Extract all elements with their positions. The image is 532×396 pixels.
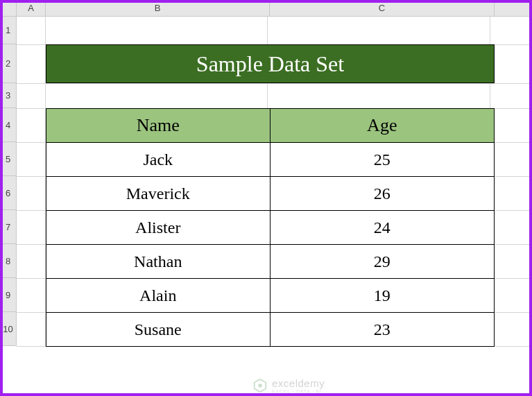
row-header-3[interactable]: 3	[0, 83, 16, 108]
cell-name[interactable]: Susane	[46, 313, 271, 347]
cell-name[interactable]: Alister	[46, 211, 271, 245]
cell-age[interactable]: 24	[270, 211, 494, 245]
row-header-10[interactable]: 10	[0, 312, 16, 346]
row-header-4[interactable]: 4	[0, 108, 16, 142]
table-row[interactable]: Jack 25	[46, 143, 495, 177]
watermark-main: exceldemy	[272, 377, 325, 389]
table-row[interactable]: Maverick 26	[46, 177, 495, 211]
cell-name[interactable]: Jack	[46, 143, 271, 177]
row-header-8[interactable]: 8	[0, 244, 16, 278]
select-all-corner[interactable]	[0, 0, 17, 16]
spreadsheet-area: A B C 1 2 3 4 5 6 7 8 9 10	[0, 0, 532, 396]
table-row[interactable]: Susane 23	[46, 313, 495, 347]
data-table: Name Age Jack 25 Maverick 26 Alister 24	[46, 108, 495, 347]
cell-name[interactable]: Alain	[46, 279, 271, 313]
cells-region[interactable]: Sample Data Set Name Age Jack 25 Maveric…	[17, 17, 532, 346]
table-row[interactable]: Alister 24	[46, 211, 495, 245]
hexagon-icon	[252, 378, 268, 393]
row-header-5[interactable]: 5	[0, 142, 16, 176]
cell-age[interactable]: 23	[270, 313, 494, 347]
cell-name[interactable]: Nathan	[46, 245, 271, 279]
cell-age[interactable]: 25	[270, 143, 494, 177]
column-header-blank[interactable]	[495, 0, 532, 16]
row-header-column: 1 2 3 4 5 6 7 8 9 10	[0, 17, 17, 346]
table-header-age[interactable]: Age	[270, 109, 494, 143]
table-row[interactable]: Nathan 29	[46, 245, 495, 279]
row-header-1[interactable]: 1	[0, 17, 16, 44]
cell-name[interactable]: Maverick	[46, 177, 271, 211]
table-header-name[interactable]: Name	[46, 109, 271, 143]
row-header-9[interactable]: 9	[0, 278, 16, 312]
column-header-C[interactable]: C	[270, 0, 495, 16]
watermark-sub: EXCEL · DATA · BI	[272, 389, 325, 394]
column-header-A[interactable]: A	[17, 0, 46, 16]
row-header-6[interactable]: 6	[0, 176, 16, 210]
table-row[interactable]: Alain 19	[46, 279, 495, 313]
column-header-B[interactable]: B	[46, 0, 270, 16]
cell-age[interactable]: 19	[270, 279, 494, 313]
row-header-7[interactable]: 7	[0, 210, 16, 244]
watermark: exceldemy EXCEL · DATA · BI	[252, 377, 325, 394]
cell-age[interactable]: 26	[270, 177, 494, 211]
svg-point-1	[258, 384, 262, 388]
sheet-title[interactable]: Sample Data Set	[46, 44, 495, 83]
cell-age[interactable]: 29	[270, 245, 494, 279]
row-header-2[interactable]: 2	[0, 44, 16, 83]
column-header-row: A B C	[0, 0, 532, 17]
